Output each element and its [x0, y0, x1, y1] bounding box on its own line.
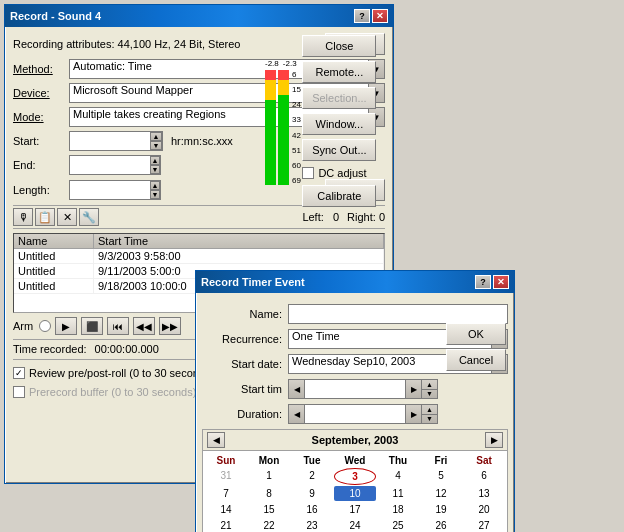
attrs-text: Recording attributes: 44,100 Hz, 24 Bit,… [13, 38, 240, 50]
length-spin-up[interactable]: ▲ [150, 181, 160, 190]
close-button[interactable]: Close [302, 35, 376, 57]
start-label: Start: [13, 135, 65, 147]
cal-day[interactable]: 11 [377, 486, 419, 501]
cal-next-btn[interactable]: ▶ [485, 432, 503, 448]
record-title-buttons: ? ✕ [354, 9, 388, 23]
remote-button[interactable]: Remote... [302, 61, 376, 83]
cal-day[interactable]: 10 [334, 486, 376, 501]
start-time-spin-up[interactable]: ▲ [422, 380, 437, 390]
cal-day[interactable]: 27 [463, 518, 505, 532]
cal-day[interactable]: 5 [420, 468, 462, 485]
prev-btn[interactable]: ⏮ [107, 317, 129, 335]
cal-day[interactable]: 17 [334, 502, 376, 517]
cal-day[interactable]: 20 [463, 502, 505, 517]
vu-scale-24: 24 [292, 100, 301, 109]
cal-day[interactable]: 3 [334, 468, 376, 485]
cal-day[interactable]: 14 [205, 502, 247, 517]
cal-day[interactable]: 6 [463, 468, 505, 485]
fwd-btn[interactable]: ▶▶ [159, 317, 181, 335]
cal-day[interactable]: 12 [420, 486, 462, 501]
start-time-right-arrow[interactable]: ▶ [405, 380, 421, 398]
toolbar-btn-1[interactable]: 🎙 [13, 208, 33, 226]
cal-prev-btn[interactable]: ◀ [207, 432, 225, 448]
start-spin-down[interactable]: ▼ [150, 141, 162, 150]
list-header: Name Start Time [14, 234, 384, 249]
timer-title: Record Timer Event [201, 276, 305, 288]
cal-day[interactable]: 31 [205, 468, 247, 485]
duration-combo[interactable]: ◀ ▶ ▲ ▼ [288, 404, 438, 424]
cal-day[interactable]: 7 [205, 486, 247, 501]
cal-header-mon: Mon [248, 453, 290, 468]
name-input[interactable]: Radio Show [288, 304, 508, 324]
sync-out-button[interactable]: Sync Out... [302, 139, 376, 161]
cal-day[interactable]: 4 [377, 468, 419, 485]
duration-spin-down[interactable]: ▼ [422, 415, 437, 424]
vu-bar-left [265, 70, 276, 185]
time-recorded-value: 00:00:00.000 [95, 343, 159, 355]
start-time-spin-down[interactable]: ▼ [422, 390, 437, 399]
start-spin[interactable]: 0:00:00.000 ▲ ▼ [69, 131, 163, 151]
toolbar-btn-wrench[interactable]: 🔧 [79, 208, 99, 226]
cal-day[interactable]: 8 [248, 486, 290, 501]
length-spin-down[interactable]: ▼ [150, 190, 160, 199]
back-btn[interactable]: ◀◀ [133, 317, 155, 335]
length-input[interactable] [70, 184, 150, 196]
arm-radio[interactable] [39, 320, 51, 332]
mode-label: Mode: [13, 111, 65, 123]
cal-day[interactable]: 18 [377, 502, 419, 517]
vu-meter-section: -2.8 -2.3 6 15 24 33 42 51 [265, 59, 301, 189]
method-label: Method: [13, 63, 65, 75]
start-time-combo[interactable]: ◀ ▶ ▲ ▼ [288, 379, 438, 399]
cal-day[interactable]: 16 [291, 502, 333, 517]
record-help-btn[interactable]: ? [354, 9, 370, 23]
start-spin-up[interactable]: ▲ [150, 132, 162, 141]
cancel-button[interactable]: Cancel [446, 349, 506, 371]
start-time-left-arrow[interactable]: ◀ [289, 380, 305, 398]
stop-btn[interactable]: ⬛ [81, 317, 103, 335]
list-time-0: 9/3/2003 9:58:00 [94, 249, 384, 263]
col-name: Name [14, 234, 94, 248]
cal-day[interactable]: 26 [420, 518, 462, 532]
cal-day[interactable]: 22 [248, 518, 290, 532]
start-date-label: Start date: [202, 358, 282, 370]
timer-help-btn[interactable]: ? [475, 275, 491, 289]
calibrate-button[interactable]: Calibrate [302, 185, 376, 207]
cal-day[interactable]: 1 [248, 468, 290, 485]
duration-right-arrow[interactable]: ▶ [405, 405, 421, 423]
cal-day[interactable]: 9 [291, 486, 333, 501]
review-checkbox[interactable]: ✓ [13, 367, 25, 379]
cal-day[interactable]: 23 [291, 518, 333, 532]
selection-button[interactable]: Selection... [302, 87, 376, 109]
dc-adjust-label: DC adjust [318, 167, 366, 179]
cal-day[interactable]: 24 [334, 518, 376, 532]
prerecord-checkbox[interactable] [13, 386, 25, 398]
vu-scale-33: 33 [292, 115, 301, 124]
cal-day[interactable]: 15 [248, 502, 290, 517]
record-close-btn[interactable]: ✕ [372, 9, 388, 23]
end-spin[interactable]: ▲ ▼ [69, 155, 161, 175]
duration-left-arrow[interactable]: ◀ [289, 405, 305, 423]
length-spin[interactable]: ▲ ▼ [69, 180, 161, 200]
ok-button[interactable]: OK [446, 323, 506, 345]
list-item[interactable]: Untitled 9/3/2003 9:58:00 [14, 249, 384, 264]
duration-spin-up[interactable]: ▲ [422, 405, 437, 415]
toolbar-btn-x[interactable]: ✕ [57, 208, 77, 226]
end-spin-up[interactable]: ▲ [150, 156, 160, 165]
cal-header-sun: Sun [205, 453, 247, 468]
vu-scale-42: 42 [292, 131, 301, 140]
vu-scale-69: 69 [292, 176, 301, 185]
window-button[interactable]: Window... [302, 113, 376, 135]
timer-close-btn[interactable]: ✕ [493, 275, 509, 289]
cal-day[interactable]: 19 [420, 502, 462, 517]
cal-month-year: September, 2003 [312, 434, 399, 446]
play-btn[interactable]: ▶ [55, 317, 77, 335]
cal-day[interactable]: 2 [291, 468, 333, 485]
end-spin-down[interactable]: ▼ [150, 165, 160, 174]
cal-day[interactable]: 21 [205, 518, 247, 532]
cal-day[interactable]: 25 [377, 518, 419, 532]
cal-day[interactable]: 13 [463, 486, 505, 501]
start-input[interactable]: 0:00:00.000 [70, 135, 150, 147]
toolbar-btn-2[interactable]: 📋 [35, 208, 55, 226]
end-input[interactable] [70, 159, 150, 171]
dc-adjust-checkbox[interactable] [302, 167, 314, 179]
